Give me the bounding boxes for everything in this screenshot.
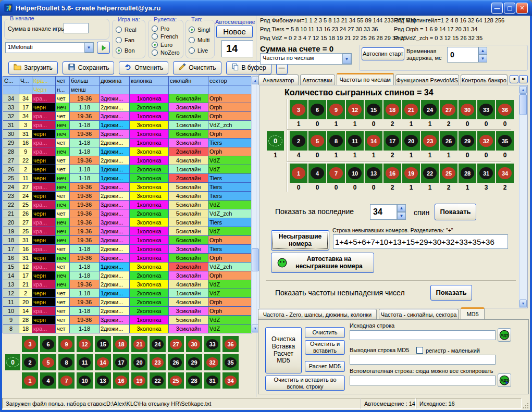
md5-big-button[interactable]: Очистка Вставка Расчет MD5 <box>265 327 302 373</box>
table-row[interactable]: 122чернчет1-181дюжи...2колонка1сиклайнVd… <box>3 289 252 298</box>
show-last-spinedit[interactable]: 34 ▲ ▼ <box>370 204 406 220</box>
board-number[interactable]: 32 <box>204 354 220 370</box>
start-sum-input[interactable] <box>64 23 89 33</box>
table-row[interactable]: 1512кра...чет1-181дюжи...3колонка2сиклай… <box>3 263 252 271</box>
radio-option-live[interactable]: Live <box>189 47 213 54</box>
preset-combobox[interactable]: 1Melonati ▼ <box>5 42 94 53</box>
board-number[interactable]: 8 <box>58 354 75 370</box>
board-number[interactable]: 30 <box>186 336 202 352</box>
minimize-button[interactable]: — <box>491 3 503 14</box>
table-row[interactable]: 2511черннеч1-181дюжи...2колонка2сиклайнT… <box>3 174 252 183</box>
spin-up-icon[interactable]: ▲ <box>397 204 406 212</box>
autobet-unplayed-button[interactable]: Автоставка на несыгравшие номера <box>271 253 374 273</box>
column-header[interactable]: сиклайн <box>169 77 208 85</box>
radio-icon[interactable] <box>116 47 122 54</box>
radio-option-pro[interactable]: Pro <box>152 26 182 32</box>
table-row[interactable]: 3031черннеч19-363дюжи...1колонка6сиклайн… <box>3 130 252 139</box>
radio-option-bon[interactable]: Bon <box>116 47 144 54</box>
tab-1[interactable]: Анализатор <box>258 74 299 85</box>
board-number[interactable]: 22 <box>150 372 166 389</box>
radio-icon[interactable] <box>152 33 158 40</box>
table-row[interactable]: 2324чернчет19-362дюжи...3колонка4сиклайн… <box>3 192 252 201</box>
board-number[interactable]: 25 <box>168 372 184 389</box>
radio-icon[interactable] <box>189 37 195 43</box>
board-number[interactable]: 17 <box>113 354 129 370</box>
column-header[interactable]: С... <box>3 77 19 85</box>
table-row[interactable]: 1925кра...неч19-363дюжи...1колонка5сикла… <box>3 227 252 236</box>
table-row[interactable]: 262чернчет1-181дюжи...2колонка1сиклайнVd… <box>3 165 252 174</box>
chevron-down-icon[interactable]: ▼ <box>342 54 351 64</box>
md5-clear-paste-aux-button[interactable]: Очистить и вставить во вспом. строку <box>265 376 345 391</box>
play-button[interactable] <box>97 42 110 54</box>
md5-clear-button[interactable]: Очистить <box>305 327 345 338</box>
board-number[interactable]: 9 <box>58 336 75 352</box>
toolbar-button-4[interactable]: Очистить <box>173 61 221 74</box>
radio-option-french[interactable]: French <box>152 33 182 40</box>
table-row[interactable]: 1014кра...чет1-182дюжи...2колонка3сиклай… <box>3 307 252 316</box>
table-row[interactable]: 1417черннеч1-182дюжи...2колонка3сиклайнO… <box>3 271 252 280</box>
board-number[interactable]: 23 <box>150 354 166 370</box>
tab-scroll-left-icon[interactable]: ◄ <box>510 75 518 83</box>
delay-spinedit[interactable]: 0 ▲ ▼ <box>447 47 487 63</box>
column-header[interactable]: чет <box>56 77 70 85</box>
column-header[interactable]: Ч... <box>19 77 32 85</box>
column-header[interactable] <box>208 85 252 94</box>
column-header[interactable]: больш <box>70 77 100 85</box>
table-row[interactable]: 1321кра...неч19-362дюжи...3колонка4сикла… <box>3 280 252 289</box>
scroll-up-icon[interactable]: ▲ <box>519 86 527 94</box>
board-number[interactable]: 33 <box>204 336 220 352</box>
table-row[interactable]: 3317черннеч1-182дюжи...2колонка3сиклайнO… <box>3 103 252 112</box>
md5-source-input[interactable] <box>350 330 496 340</box>
board-number[interactable]: 4 <box>40 372 56 389</box>
spin-down-icon[interactable]: ▼ <box>397 212 406 220</box>
table-row[interactable]: 1716кра...чет1-182дюжи...1колонка3сиклай… <box>3 245 252 254</box>
autoshift-new-button[interactable]: Новое <box>216 26 253 38</box>
register-checkbox[interactable] <box>416 347 423 354</box>
delay-value[interactable]: 0 <box>447 47 478 63</box>
board-number[interactable]: 19 <box>131 372 147 389</box>
board-number[interactable]: 36 <box>222 336 239 352</box>
miss-show-button[interactable]: Показать <box>430 285 472 301</box>
tab-3[interactable]: Частоты по числам <box>337 73 394 85</box>
radio-option-euro[interactable]: Euro <box>152 42 182 48</box>
chevron-down-icon[interactable]: ▼ <box>84 43 93 53</box>
board-number[interactable]: 11 <box>77 354 93 370</box>
tab-scroll-right-icon[interactable]: ► <box>519 75 528 83</box>
board-number[interactable]: 3 <box>22 336 38 352</box>
panel-scroll-thumb[interactable] <box>519 94 527 115</box>
board-number[interactable]: 13 <box>95 372 111 389</box>
toolbar-button-2[interactable]: Сохранить <box>63 61 115 74</box>
table-row[interactable]: 2916кра...чет1-182дюжи...1колонка3сиклай… <box>3 139 252 147</box>
board-number[interactable]: 7 <box>58 372 75 389</box>
toolbar-button-3[interactable]: Отменить <box>119 61 168 74</box>
radio-icon[interactable] <box>189 27 195 33</box>
radio-icon[interactable] <box>116 37 122 43</box>
table-row[interactable]: 313кра...неч1-181дюжи...3колонка1сиклайн… <box>3 121 252 130</box>
maximize-button[interactable]: ▢ <box>504 3 515 14</box>
board-zero[interactable]: 0 <box>5 354 20 370</box>
unplayed-string-input[interactable] <box>333 234 508 249</box>
table-row[interactable]: 2427кра...неч19-363дюжи...3колонка5сикла… <box>3 183 252 192</box>
resize-grip[interactable] <box>522 398 529 409</box>
table-row[interactable]: 2027кра...неч19-363дюжи...3колонка5сикла… <box>3 218 252 227</box>
radio-option-nozero[interactable]: NoZero <box>152 49 182 56</box>
board-number[interactable]: 1 <box>22 372 38 389</box>
board-number[interactable]: 5 <box>40 354 56 370</box>
board-number[interactable]: 31 <box>204 372 220 389</box>
mode-combobox[interactable]: Частоты по числам ▼ <box>260 53 352 65</box>
board-number[interactable]: 24 <box>150 336 166 352</box>
tab-3[interactable]: MD5 <box>461 307 485 319</box>
md5-aux-input[interactable] <box>350 376 496 385</box>
title-bar[interactable]: 7 HelperRoullet 5.6- create helperroulle… <box>0 0 532 16</box>
board-number[interactable]: 27 <box>168 336 184 352</box>
board-number[interactable]: 28 <box>186 372 202 389</box>
tab-4[interactable]: Функционал PsevdoMS <box>395 74 459 85</box>
board-number[interactable]: 14 <box>95 354 111 370</box>
board-number[interactable]: 18 <box>113 336 129 352</box>
board-number[interactable]: 12 <box>77 336 93 352</box>
autospin-button[interactable]: Автоспин старт <box>362 47 404 60</box>
column-header[interactable]: дюжина <box>100 77 130 85</box>
board-number[interactable]: 6 <box>40 336 56 352</box>
board-number[interactable]: 10 <box>77 372 93 389</box>
md5-aux-run-button[interactable]: МД5 <box>498 373 511 387</box>
